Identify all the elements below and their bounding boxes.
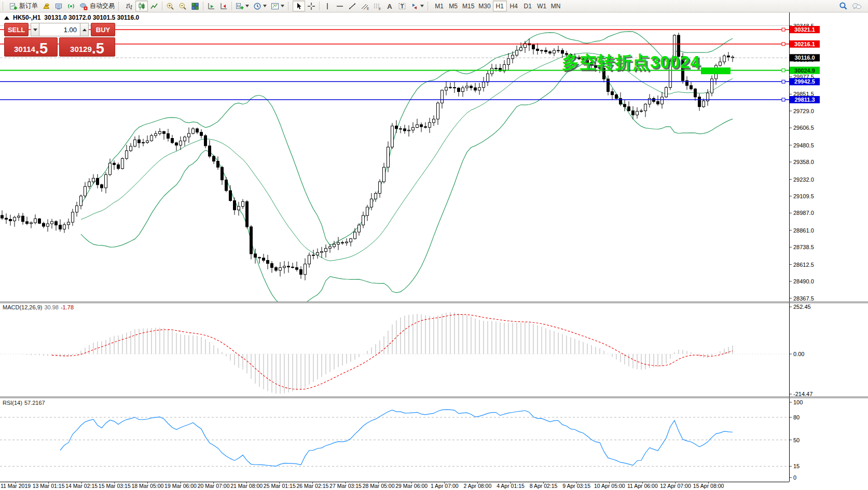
caret-down-icon [281,5,284,7]
candle [404,129,406,131]
sell-price-display[interactable]: 30114 .5 [4,37,58,57]
zoom-out-button[interactable] [176,1,189,11]
candle [711,79,713,93]
rsi-value: 57.2167 [24,400,45,406]
candle [379,182,381,193]
date-axis-label: 4 Apr 01:15 [497,483,525,489]
crosshair-button[interactable] [305,1,318,11]
trendline-button[interactable] [346,1,359,11]
candle [370,199,373,207]
line-chart-button[interactable] [148,1,160,11]
bollinger-band-line [81,53,733,261]
bar-chart-button[interactable] [123,1,135,11]
arrows-tool-button[interactable] [408,1,426,11]
auto-scroll-button[interactable] [205,1,217,11]
line-end-marker[interactable] [782,28,785,31]
candle [72,212,74,222]
vertical-line-icon [323,2,332,10]
autotrading-label: 自动交易 [90,2,115,10]
toolbar-grip [428,2,431,10]
timeframe-D1-button[interactable]: D1 [521,1,535,11]
text-tool-button[interactable]: A [383,1,396,11]
chart-header: HK50-,H1 30131.0 30172.0 30101.5 30116.0 [4,14,139,21]
candle [644,104,647,111]
timeframe-H1-button[interactable]: H1 [493,1,507,11]
price-axis-label: 29606.5 [793,125,814,131]
candle [491,69,493,74]
rsi-name: RSI(14) [3,400,22,406]
period-button[interactable] [251,1,269,11]
buy-price-display[interactable]: 30129 .5 [59,37,115,57]
candle [441,90,444,103]
search-button[interactable] [837,1,850,11]
new-chart-button[interactable] [233,1,251,11]
zoom-in-button[interactable] [164,1,176,11]
signals-button[interactable] [65,1,77,11]
vertical-line-button[interactable] [321,1,334,11]
volume-decrease-button[interactable] [31,23,39,36]
candle [167,133,170,138]
candle [333,244,336,247]
line-end-marker[interactable] [782,80,785,83]
buy-button[interactable]: BUY [91,23,115,36]
candle [267,261,269,264]
candle-chart-button[interactable] [135,1,148,11]
template-button[interactable] [269,1,286,11]
macd-axis-label: -214.47 [793,391,812,397]
candle [150,135,153,141]
caret-down-icon [263,5,267,7]
line-end-marker[interactable] [782,69,785,72]
terminal-button[interactable] [52,1,65,11]
volume-increase-button[interactable] [80,23,89,36]
annotation-highlight-bar[interactable] [701,67,731,74]
buy-price-big: .5 [92,41,104,56]
horizontal-line-icon [336,2,344,10]
chart-shift-button[interactable] [217,1,230,11]
candlestick-chart-icon [137,2,146,10]
candle [283,266,286,268]
fibonacci-button[interactable]: F [371,1,383,11]
zoom-in-icon [166,2,174,10]
candle [258,257,261,258]
community-button[interactable] [850,1,864,11]
candle [611,92,614,95]
collapse-chart-icon[interactable] [4,16,9,20]
candle [474,88,477,90]
sell-button[interactable]: SELL [4,23,29,36]
timeframe-M30-button[interactable]: M30 [476,1,492,11]
text-label-button[interactable]: T [396,1,408,11]
timeframe-MN-button[interactable]: MN [549,1,563,11]
timeframe-W1-button[interactable]: W1 [535,1,549,11]
new-order-button[interactable]: 新订单 [7,1,40,11]
candle [416,125,419,127]
volume-input[interactable] [39,23,80,36]
timeframe-H4-button[interactable]: H4 [507,1,521,11]
triangle-up-icon [82,29,87,31]
timeframe-M1-button[interactable]: M1 [432,1,446,11]
candle [204,135,207,146]
candle [316,252,319,255]
tile-windows-button[interactable] [189,1,201,11]
candle [395,126,398,129]
candle [287,266,290,267]
svg-text:E: E [367,7,369,10]
candle [22,216,24,222]
candle [532,45,535,49]
line-end-marker[interactable] [782,98,785,101]
chart-canvas[interactable]: 30348.530226.030103.529977.529851.529729… [0,0,868,490]
candle [308,255,311,264]
candle [134,140,136,146]
date-axis-label: 10 Apr 05:00 [594,483,625,489]
candle [358,225,361,232]
cursor-button[interactable] [293,1,305,11]
candle [366,207,369,215]
timeframe-M15-button[interactable]: M15 [460,1,476,11]
autotrading-button[interactable]: 自动交易 [77,1,117,11]
chart-annotation-text[interactable]: 多空转折点30024 [562,51,700,74]
timeframe-M5-button[interactable]: M5 [446,1,460,11]
date-axis-label: 19 Mar 06:00 [164,483,197,489]
line-end-marker[interactable] [782,43,785,46]
horizontal-line-button[interactable] [334,1,346,11]
ingot-button[interactable] [40,1,52,11]
equidistant-channel-button[interactable]: E [359,1,371,11]
